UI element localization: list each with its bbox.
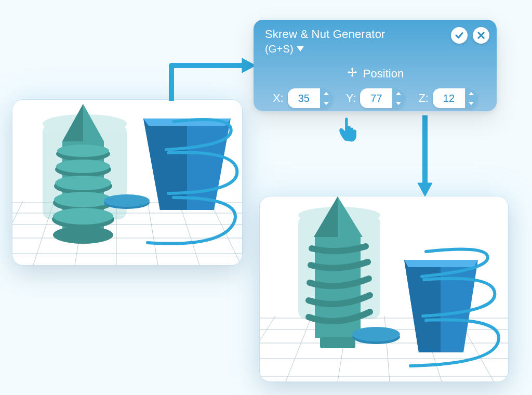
move-icon xyxy=(347,67,358,81)
panel-title: Skrew & Nut Generator xyxy=(265,27,385,42)
generator-properties-panel: Skrew & Nut Generator (G+S) Position xyxy=(254,20,497,111)
svg-point-24 xyxy=(56,160,110,173)
arrow-to-result xyxy=(404,113,446,199)
svg-point-26 xyxy=(54,192,112,207)
panel-subtitle: (G+S) xyxy=(265,42,294,56)
svg-line-5 xyxy=(12,201,23,265)
pointer-hand-icon xyxy=(336,113,366,146)
svg-line-38 xyxy=(260,316,275,381)
svg-point-51 xyxy=(352,327,400,341)
x-value: 35 xyxy=(288,93,320,104)
y-label: Y: xyxy=(346,91,356,105)
svg-point-29 xyxy=(104,194,150,207)
z-value: 12 xyxy=(433,93,465,104)
svg-line-39 xyxy=(286,316,312,381)
x-step-up[interactable] xyxy=(320,88,332,98)
x-step-down[interactable] xyxy=(320,98,332,108)
arrow-to-panel xyxy=(161,56,257,106)
z-step-down[interactable] xyxy=(465,98,477,108)
svg-point-22 xyxy=(53,226,113,244)
chevron-down-icon xyxy=(297,46,304,51)
svg-marker-54 xyxy=(404,260,478,267)
y-input[interactable]: 77 xyxy=(360,88,405,108)
confirm-button[interactable] xyxy=(451,27,468,44)
svg-marker-56 xyxy=(418,183,432,196)
position-label: Position xyxy=(363,67,404,81)
y-step-down[interactable] xyxy=(392,98,405,108)
svg-point-23 xyxy=(57,144,109,157)
y-step-up[interactable] xyxy=(392,88,405,98)
viewport-before xyxy=(12,100,242,265)
viewport-after xyxy=(260,196,508,381)
panel-title-block[interactable]: Skrew & Nut Generator (G+S) xyxy=(265,27,385,56)
x-label: X: xyxy=(273,91,284,105)
z-input[interactable]: 12 xyxy=(433,88,477,108)
svg-point-25 xyxy=(55,176,111,190)
x-input[interactable]: 35 xyxy=(288,88,332,108)
svg-line-10 xyxy=(179,201,200,265)
svg-line-41 xyxy=(384,316,390,381)
svg-point-27 xyxy=(53,208,113,225)
svg-rect-49 xyxy=(320,337,355,348)
svg-line-9 xyxy=(148,201,158,265)
y-value: 77 xyxy=(360,93,392,104)
z-label: Z: xyxy=(418,91,429,105)
z-step-up[interactable] xyxy=(465,88,477,98)
close-button[interactable] xyxy=(473,27,489,44)
